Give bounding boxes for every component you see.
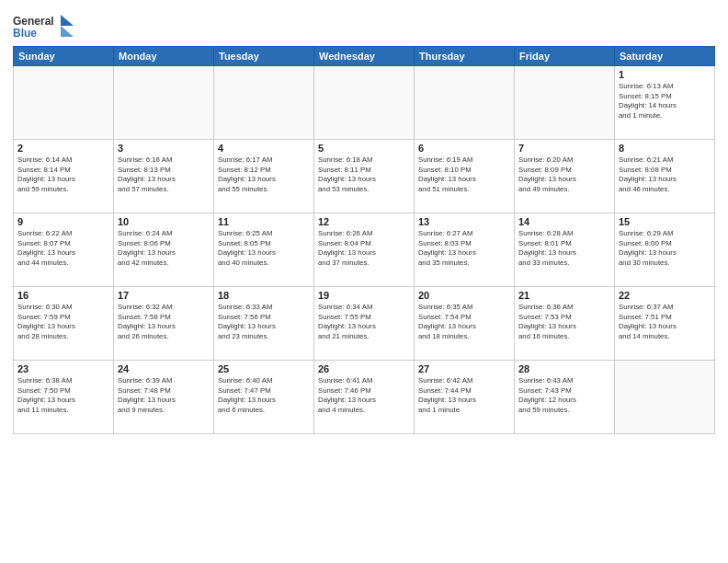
day-info: Sunrise: 6:29 AM Sunset: 8:00 PM Dayligh… xyxy=(619,229,711,268)
day-number: 17 xyxy=(118,290,210,301)
calendar-cell: 28Sunrise: 6:43 AM Sunset: 7:43 PM Dayli… xyxy=(515,361,615,434)
day-number: 13 xyxy=(418,216,510,227)
day-info: Sunrise: 6:41 AM Sunset: 7:46 PM Dayligh… xyxy=(318,376,410,415)
day-info: Sunrise: 6:35 AM Sunset: 7:54 PM Dayligh… xyxy=(418,303,510,341)
day-number: 19 xyxy=(318,290,410,301)
calendar-cell: 9Sunrise: 6:22 AM Sunset: 8:07 PM Daylig… xyxy=(14,213,114,287)
logo: GeneralBlue xyxy=(13,11,77,40)
day-number: 10 xyxy=(118,216,210,227)
calendar-cell: 3Sunrise: 6:16 AM Sunset: 8:13 PM Daylig… xyxy=(114,140,214,213)
day-info: Sunrise: 6:14 AM Sunset: 8:14 PM Dayligh… xyxy=(17,155,109,194)
weekday-header-sunday: Sunday xyxy=(14,47,114,66)
header-area: GeneralBlue xyxy=(13,11,715,40)
week-row-1: 2Sunrise: 6:14 AM Sunset: 8:14 PM Daylig… xyxy=(14,140,715,213)
calendar-cell: 8Sunrise: 6:21 AM Sunset: 8:08 PM Daylig… xyxy=(615,140,715,213)
calendar-cell: 20Sunrise: 6:35 AM Sunset: 7:54 PM Dayli… xyxy=(415,287,515,361)
day-info: Sunrise: 6:18 AM Sunset: 8:11 PM Dayligh… xyxy=(318,155,410,194)
calendar-cell xyxy=(14,66,114,140)
day-info: Sunrise: 6:32 AM Sunset: 7:58 PM Dayligh… xyxy=(118,303,210,341)
calendar-cell xyxy=(515,66,615,140)
calendar-cell: 24Sunrise: 6:39 AM Sunset: 7:48 PM Dayli… xyxy=(114,361,214,434)
day-info: Sunrise: 6:26 AM Sunset: 8:04 PM Dayligh… xyxy=(318,229,410,268)
day-info: Sunrise: 6:37 AM Sunset: 7:51 PM Dayligh… xyxy=(619,303,711,341)
calendar-cell: 23Sunrise: 6:38 AM Sunset: 7:50 PM Dayli… xyxy=(14,361,114,434)
day-info: Sunrise: 6:39 AM Sunset: 7:48 PM Dayligh… xyxy=(118,376,210,415)
calendar-cell xyxy=(314,66,415,140)
day-number: 12 xyxy=(318,216,410,227)
calendar-cell: 26Sunrise: 6:41 AM Sunset: 7:46 PM Dayli… xyxy=(314,361,415,434)
day-info: Sunrise: 6:28 AM Sunset: 8:01 PM Dayligh… xyxy=(518,229,610,268)
day-info: Sunrise: 6:34 AM Sunset: 7:55 PM Dayligh… xyxy=(318,303,410,341)
day-info: Sunrise: 6:43 AM Sunset: 7:43 PM Dayligh… xyxy=(518,376,610,415)
page: GeneralBlue SundayMondayTuesdayWednesday… xyxy=(0,0,728,563)
day-info: Sunrise: 6:36 AM Sunset: 7:53 PM Dayligh… xyxy=(518,303,610,341)
day-number: 14 xyxy=(518,216,610,227)
day-info: Sunrise: 6:38 AM Sunset: 7:50 PM Dayligh… xyxy=(17,376,109,415)
svg-text:Blue: Blue xyxy=(13,27,37,40)
day-number: 28 xyxy=(518,363,610,374)
calendar-cell xyxy=(415,66,515,140)
day-number: 8 xyxy=(619,143,711,154)
day-info: Sunrise: 6:42 AM Sunset: 7:44 PM Dayligh… xyxy=(418,376,510,415)
day-number: 7 xyxy=(518,143,610,154)
calendar-cell: 1Sunrise: 6:13 AM Sunset: 8:15 PM Daylig… xyxy=(615,66,715,140)
day-number: 1 xyxy=(619,69,711,80)
day-info: Sunrise: 6:13 AM Sunset: 8:15 PM Dayligh… xyxy=(619,82,711,121)
day-info: Sunrise: 6:19 AM Sunset: 8:10 PM Dayligh… xyxy=(418,155,510,194)
weekday-header-row: SundayMondayTuesdayWednesdayThursdayFrid… xyxy=(14,47,715,66)
calendar-cell: 12Sunrise: 6:26 AM Sunset: 8:04 PM Dayli… xyxy=(314,213,415,287)
weekday-header-monday: Monday xyxy=(114,47,214,66)
calendar-cell: 19Sunrise: 6:34 AM Sunset: 7:55 PM Dayli… xyxy=(314,287,415,361)
day-info: Sunrise: 6:30 AM Sunset: 7:59 PM Dayligh… xyxy=(17,303,109,341)
day-info: Sunrise: 6:22 AM Sunset: 8:07 PM Dayligh… xyxy=(17,229,109,268)
day-number: 3 xyxy=(118,143,210,154)
week-row-3: 16Sunrise: 6:30 AM Sunset: 7:59 PM Dayli… xyxy=(14,287,715,361)
day-number: 23 xyxy=(17,363,109,374)
calendar-cell: 17Sunrise: 6:32 AM Sunset: 7:58 PM Dayli… xyxy=(114,287,214,361)
day-info: Sunrise: 6:20 AM Sunset: 8:09 PM Dayligh… xyxy=(518,155,610,194)
calendar-table: SundayMondayTuesdayWednesdayThursdayFrid… xyxy=(13,46,715,434)
calendar-cell: 11Sunrise: 6:25 AM Sunset: 8:05 PM Dayli… xyxy=(214,213,314,287)
day-info: Sunrise: 6:27 AM Sunset: 8:03 PM Dayligh… xyxy=(418,229,510,268)
calendar-cell: 4Sunrise: 6:17 AM Sunset: 8:12 PM Daylig… xyxy=(214,140,314,213)
day-number: 22 xyxy=(619,290,711,301)
day-number: 26 xyxy=(318,363,410,374)
weekday-header-tuesday: Tuesday xyxy=(214,47,314,66)
calendar-cell: 6Sunrise: 6:19 AM Sunset: 8:10 PM Daylig… xyxy=(415,140,515,213)
calendar-cell: 21Sunrise: 6:36 AM Sunset: 7:53 PM Dayli… xyxy=(515,287,615,361)
day-number: 16 xyxy=(17,290,109,301)
day-info: Sunrise: 6:16 AM Sunset: 8:13 PM Dayligh… xyxy=(118,155,210,194)
calendar-cell: 16Sunrise: 6:30 AM Sunset: 7:59 PM Dayli… xyxy=(14,287,114,361)
calendar-cell: 27Sunrise: 6:42 AM Sunset: 7:44 PM Dayli… xyxy=(415,361,515,434)
calendar-cell: 13Sunrise: 6:27 AM Sunset: 8:03 PM Dayli… xyxy=(415,213,515,287)
day-number: 24 xyxy=(118,363,210,374)
weekday-header-thursday: Thursday xyxy=(415,47,515,66)
day-number: 6 xyxy=(418,143,510,154)
calendar-cell: 14Sunrise: 6:28 AM Sunset: 8:01 PM Dayli… xyxy=(515,213,615,287)
day-number: 4 xyxy=(218,143,310,154)
calendar-cell: 7Sunrise: 6:20 AM Sunset: 8:09 PM Daylig… xyxy=(515,140,615,213)
day-number: 9 xyxy=(17,216,109,227)
calendar-cell: 22Sunrise: 6:37 AM Sunset: 7:51 PM Dayli… xyxy=(615,287,715,361)
week-row-2: 9Sunrise: 6:22 AM Sunset: 8:07 PM Daylig… xyxy=(14,213,715,287)
day-number: 20 xyxy=(418,290,510,301)
calendar-cell: 10Sunrise: 6:24 AM Sunset: 8:06 PM Dayli… xyxy=(114,213,214,287)
weekday-header-saturday: Saturday xyxy=(615,47,715,66)
day-number: 11 xyxy=(218,216,310,227)
svg-text:General: General xyxy=(13,15,54,28)
day-info: Sunrise: 6:24 AM Sunset: 8:06 PM Dayligh… xyxy=(118,229,210,268)
weekday-header-friday: Friday xyxy=(515,47,615,66)
calendar-cell: 15Sunrise: 6:29 AM Sunset: 8:00 PM Dayli… xyxy=(615,213,715,287)
calendar-cell: 18Sunrise: 6:33 AM Sunset: 7:56 PM Dayli… xyxy=(214,287,314,361)
week-row-0: 1Sunrise: 6:13 AM Sunset: 8:15 PM Daylig… xyxy=(14,66,715,140)
day-number: 25 xyxy=(218,363,310,374)
logo-svg: GeneralBlue xyxy=(13,11,77,40)
day-number: 18 xyxy=(218,290,310,301)
calendar-cell xyxy=(615,361,715,434)
week-row-4: 23Sunrise: 6:38 AM Sunset: 7:50 PM Dayli… xyxy=(14,361,715,434)
day-number: 15 xyxy=(619,216,711,227)
day-number: 2 xyxy=(17,143,109,154)
day-info: Sunrise: 6:40 AM Sunset: 7:47 PM Dayligh… xyxy=(218,376,310,415)
svg-marker-1 xyxy=(61,26,74,37)
calendar-cell: 25Sunrise: 6:40 AM Sunset: 7:47 PM Dayli… xyxy=(214,361,314,434)
